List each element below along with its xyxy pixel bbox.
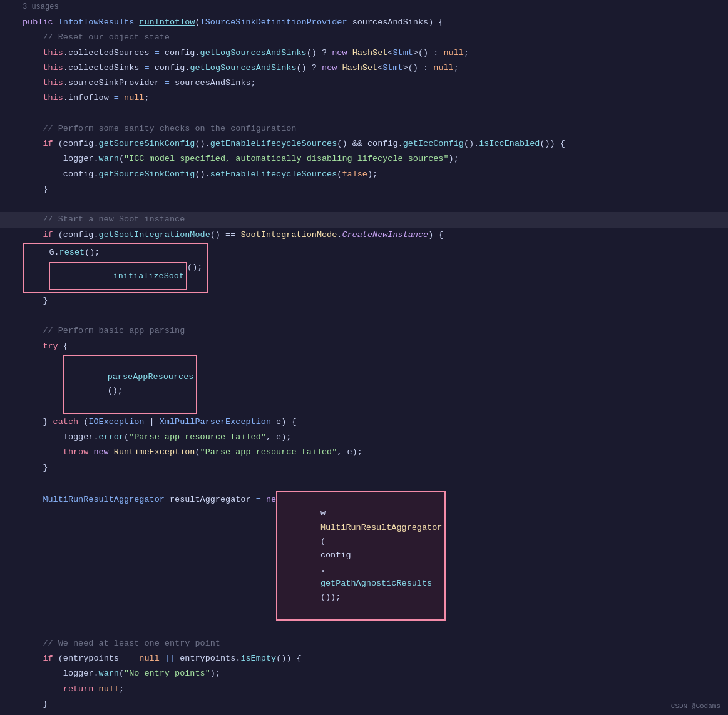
comma-e2: , e); — [337, 445, 362, 459]
comment2: // Perform some sanity checks on the con… — [23, 122, 296, 136]
line-parse-app: parseAppResources (); — [0, 354, 728, 415]
kw-try: try — [43, 340, 58, 353]
entrypoints1: entrypoints — [63, 652, 124, 666]
op3: = — [165, 76, 175, 90]
generic: < — [387, 46, 392, 60]
indent-try — [23, 340, 43, 353]
line-if-ep: if ( entrypoints == null || entrypoints.… — [0, 651, 728, 666]
catch-e: e) { — [271, 415, 297, 429]
paren-mr: ( — [320, 537, 326, 546]
initsoot-box: initializeSoot — [49, 262, 187, 290]
op-eqeq: == — [124, 652, 139, 666]
string-parse-fail: "Parse app resource failed" — [129, 430, 266, 444]
usages-label: 3 usages — [0, 0, 728, 14]
parse-app-box: parseAppResources (); — [63, 355, 198, 414]
method-setenablelc: setEnableLifecycleSources — [210, 168, 337, 181]
line-close3: } — [0, 460, 728, 475]
semi3: ; — [144, 91, 149, 105]
entrypoints2: entrypoints. — [180, 652, 240, 666]
paren-warn-close: ); — [449, 152, 459, 166]
kw-return: return — [63, 682, 99, 696]
line-logger-error: logger. error ( "Parse app resource fail… — [0, 430, 728, 445]
indent6 — [23, 152, 63, 166]
line-comment-ep: // We need at least one entry point — [0, 636, 728, 651]
line-blank6 — [0, 712, 728, 715]
line-blank3 — [0, 308, 728, 323]
op4: = — [114, 91, 124, 105]
this-kw2: this — [43, 61, 63, 75]
op-or: || — [165, 652, 180, 666]
watermark: CSDN @Godams — [671, 702, 720, 710]
field-prov: sourceSinkProvider — [68, 76, 165, 90]
line-comment2: // Perform some sanity checks on the con… — [0, 121, 728, 136]
method-createnew: CreateNewInstance — [342, 228, 428, 242]
field-infoflow: infoflow — [68, 91, 114, 105]
dot2: . — [63, 61, 68, 75]
line-return-null: return null ; — [0, 682, 728, 697]
dot: . — [63, 46, 68, 60]
indent10 — [29, 261, 49, 275]
method-getpath: getPathAgnosticResults — [320, 579, 432, 588]
line-comment-app: // Perform basic app parsing — [0, 323, 728, 338]
indent-rn — [23, 682, 63, 696]
line-blank4 — [0, 475, 728, 490]
indent-mr — [23, 493, 43, 507]
keyword-public: public — [23, 16, 58, 29]
comment-soot: // Start a new Soot instance — [23, 213, 185, 226]
semicolon: ; — [464, 46, 469, 60]
method-initsoot: initializeSoot — [113, 271, 184, 281]
method-isempty: isEmpty — [240, 652, 276, 666]
var-result-agg: resultAggregator — [170, 493, 256, 507]
line-greset: G. reset (); — [29, 245, 202, 260]
comment-ep: // We need at least one entry point — [23, 637, 220, 651]
line-blank5 — [0, 621, 728, 636]
line-catch: } catch ( IOException | XmlPullParserExc… — [0, 415, 728, 430]
this-kw3: this — [43, 76, 63, 90]
indent-wep — [23, 667, 63, 681]
brace-close4: } — [43, 697, 48, 711]
sources-and-sinks: sourcesAndSinks; — [175, 76, 256, 90]
string-parse-fail2: "Parse app resource failed" — [200, 445, 337, 459]
method-warn: warn — [99, 152, 119, 166]
field-sinks: collectedSinks — [68, 61, 145, 75]
kw-if3: if — [43, 652, 58, 666]
paren-warn: ( — [119, 152, 124, 166]
class-hashset2: HashSet — [342, 61, 377, 75]
method-getsootmode: getSootIntegrationMode — [99, 228, 210, 242]
generic2: < — [377, 61, 382, 75]
param-name: sourcesAndSinks — [352, 16, 429, 29]
paren-rte: ( — [195, 445, 200, 459]
config-mr: config — [320, 550, 351, 560]
line-throw: throw new RuntimeException ( "Parse app … — [0, 445, 728, 460]
try-brace: { — [58, 340, 68, 353]
indent-le — [23, 430, 63, 444]
indent-catch — [23, 415, 43, 429]
line-set-enable: config. getSourceSinkConfig (). setEnabl… — [0, 167, 728, 182]
method-enable-lc: getEnableLifecycleSources — [210, 137, 337, 151]
generic-close: >() : — [413, 46, 444, 60]
brace-catch-open: } — [43, 415, 53, 429]
indent7 — [23, 168, 63, 181]
line-logger-warn: logger. warn ( "ICC model specified, aut… — [0, 151, 728, 166]
paren-if2-close: ) { — [428, 228, 443, 242]
brace-close3: } — [43, 461, 48, 475]
w-suffix: w — [320, 509, 331, 518]
line-if-soot: if (config. getSootIntegrationMode () ==… — [0, 228, 728, 243]
method-reset: reset — [59, 246, 85, 260]
paren-warn2: ( — [119, 667, 124, 681]
g-ref: G. — [29, 246, 59, 260]
logger-ref: logger. — [63, 152, 99, 166]
semicolon2: ; — [454, 61, 459, 75]
paren-isempty: ()) { — [276, 652, 302, 666]
soot-box: G. reset (); initializeSoot (); — [23, 243, 208, 293]
line-try: try { — [0, 339, 728, 354]
op: = — [155, 46, 165, 60]
paren-elc: () && config. — [337, 137, 402, 151]
kw-if: if — [43, 137, 58, 151]
indent — [23, 46, 43, 60]
null-val2: null — [433, 61, 453, 75]
dot-sootmode: . — [337, 228, 342, 242]
type-param: ISourceSinkDefinitionProvider — [200, 16, 352, 29]
class-multirun: MultiRunResultAggregator — [320, 523, 442, 532]
indent9 — [23, 228, 43, 242]
